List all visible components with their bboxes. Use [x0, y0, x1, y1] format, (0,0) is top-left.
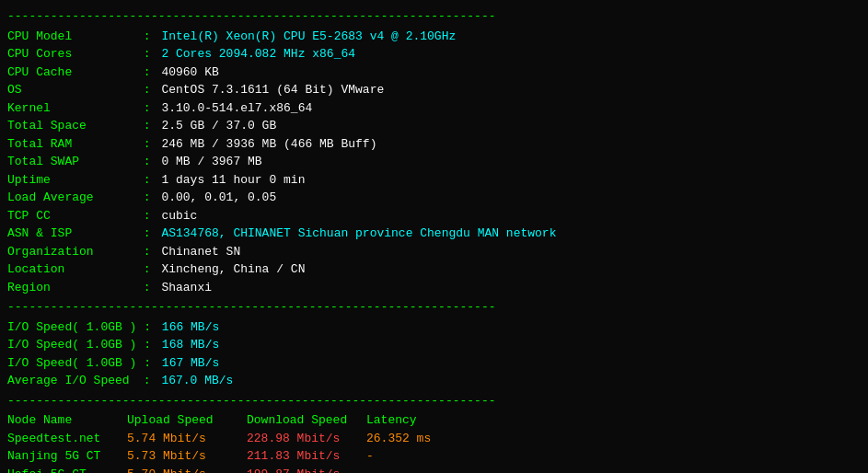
col-node-header: Node Name	[7, 411, 127, 430]
asn-label: ASN & ISP	[7, 225, 136, 243]
node-name: Nanjing 5G CT	[7, 447, 127, 466]
os-value: CentOS 7.3.1611 (64 Bit) VMware	[161, 81, 384, 99]
asn-row: ASN & ISP : AS134768, CHINANET Sichuan p…	[7, 225, 861, 243]
cpu-cache-label: CPU Cache	[7, 63, 136, 82]
kernel-row: Kernel : 3.10.0-514.el7.x86_64	[7, 99, 861, 118]
os-row: OS : CentOS 7.3.1611 (64 Bit) VMware	[7, 81, 861, 99]
cpu-cores-value: 2 Cores 2094.082 MHz x86_64	[161, 45, 355, 63]
total-ram-label: Total RAM	[7, 135, 136, 154]
table-row: Speedtest.net5.74 Mbit/s228.98 Mbit/s26.…	[7, 430, 861, 448]
divider-io: ----------------------------------------…	[7, 298, 861, 317]
total-space-value: 2.5 GB / 37.0 GB	[161, 117, 276, 135]
node-name: Hefei 5G CT	[7, 466, 127, 474]
latency-value: -	[366, 447, 458, 466]
kernel-label: Kernel	[7, 99, 136, 118]
cpu-cores-row: CPU Cores : 2 Cores 2094.082 MHz x86_64	[7, 45, 861, 63]
asn-value: AS134768, CHINANET Sichuan province Chen…	[161, 225, 556, 243]
divider-table: ----------------------------------------…	[7, 392, 861, 410]
os-label: OS	[7, 81, 136, 99]
total-space-row: Total Space : 2.5 GB / 37.0 GB	[7, 117, 861, 135]
cpu-model-value: Intel(R) Xeon(R) CPU E5-2683 v4 @ 2.10GH…	[161, 28, 456, 46]
uptime-value: 1 days 11 hour 0 min	[161, 171, 305, 190]
tcp-cc-row: TCP CC : cubic	[7, 207, 861, 225]
io3-row: I/O Speed( 1.0GB ) : 167 MB/s	[7, 354, 861, 373]
io2-value: 168 MB/s	[162, 336, 219, 354]
load-avg-value: 0.00, 0.01, 0.05	[161, 189, 276, 207]
region-row: Region : Shaanxi	[7, 279, 861, 297]
io1-label: I/O Speed( 1.0GB )	[7, 318, 136, 337]
io1-value: 166 MB/s	[162, 318, 219, 337]
table-header: Node Name Upload Speed Download Speed La…	[7, 411, 861, 430]
io-avg-row: Average I/O Speed : 167.0 MB/s	[7, 372, 861, 390]
io-avg-label: Average I/O Speed	[7, 372, 136, 390]
cpu-cores-label: CPU Cores	[7, 45, 136, 63]
location-row: Location : Xincheng, China / CN	[7, 260, 861, 279]
table-row: Hefei 5G CT5.70 Mbit/s199.87 Mbit/s-	[7, 466, 861, 474]
io2-label: I/O Speed( 1.0GB )	[7, 336, 136, 354]
upload-value: 5.70 Mbit/s	[127, 466, 247, 474]
download-value: 199.87 Mbit/s	[247, 466, 366, 474]
org-row: Organization : Chinanet SN	[7, 243, 861, 261]
tcp-cc-value: cubic	[161, 207, 197, 225]
table-row: Nanjing 5G CT5.73 Mbit/s211.83 Mbit/s-	[7, 447, 861, 466]
cpu-cache-row: CPU Cache : 40960 KB	[7, 63, 861, 82]
region-value: Shaanxi	[161, 279, 212, 297]
node-name: Speedtest.net	[7, 430, 127, 448]
org-value: Chinanet SN	[161, 243, 240, 261]
total-swap-row: Total SWAP : 0 MB / 3967 MB	[7, 153, 861, 171]
download-value: 211.83 Mbit/s	[247, 447, 366, 466]
table-body: Speedtest.net5.74 Mbit/s228.98 Mbit/s26.…	[7, 430, 861, 474]
org-label: Organization	[7, 243, 136, 261]
divider-top: ----------------------------------------…	[7, 7, 861, 26]
latency-value: -	[366, 466, 458, 474]
total-swap-value: 0 MB / 3967 MB	[161, 153, 261, 171]
latency-value: 26.352 ms	[366, 430, 458, 448]
io3-label: I/O Speed( 1.0GB )	[7, 354, 136, 373]
io-avg-value: 167.0 MB/s	[161, 372, 233, 390]
uptime-label: Uptime	[7, 171, 136, 190]
upload-value: 5.74 Mbit/s	[127, 430, 247, 448]
total-swap-label: Total SWAP	[7, 153, 136, 171]
col-latency-header: Latency	[366, 411, 458, 430]
tcp-cc-label: TCP CC	[7, 207, 136, 225]
io2-row: I/O Speed( 1.0GB ) : 168 MB/s	[7, 336, 861, 354]
load-avg-row: Load Average : 0.00, 0.01, 0.05	[7, 189, 861, 207]
location-label: Location	[7, 260, 136, 279]
kernel-value: 3.10.0-514.el7.x86_64	[161, 99, 312, 118]
total-ram-value: 246 MB / 3936 MB (466 MB Buff)	[161, 135, 376, 154]
uptime-row: Uptime : 1 days 11 hour 0 min	[7, 171, 861, 190]
region-label: Region	[7, 279, 136, 297]
col-download-header: Download Speed	[247, 411, 366, 430]
upload-value: 5.73 Mbit/s	[127, 447, 247, 466]
download-value: 228.98 Mbit/s	[247, 430, 366, 448]
col-upload-header: Upload Speed	[127, 411, 247, 430]
cpu-model-label: CPU Model	[7, 28, 136, 46]
load-avg-label: Load Average	[7, 189, 136, 207]
cpu-cache-value: 40960 KB	[161, 63, 218, 82]
io1-row: I/O Speed( 1.0GB ) : 166 MB/s	[7, 318, 861, 337]
io3-value: 167 MB/s	[162, 354, 219, 373]
total-ram-row: Total RAM : 246 MB / 3936 MB (466 MB Buf…	[7, 135, 861, 154]
total-space-label: Total Space	[7, 117, 136, 135]
location-value: Xincheng, China / CN	[161, 260, 305, 279]
cpu-model-row: CPU Model : Intel(R) Xeon(R) CPU E5-2683…	[7, 28, 861, 46]
